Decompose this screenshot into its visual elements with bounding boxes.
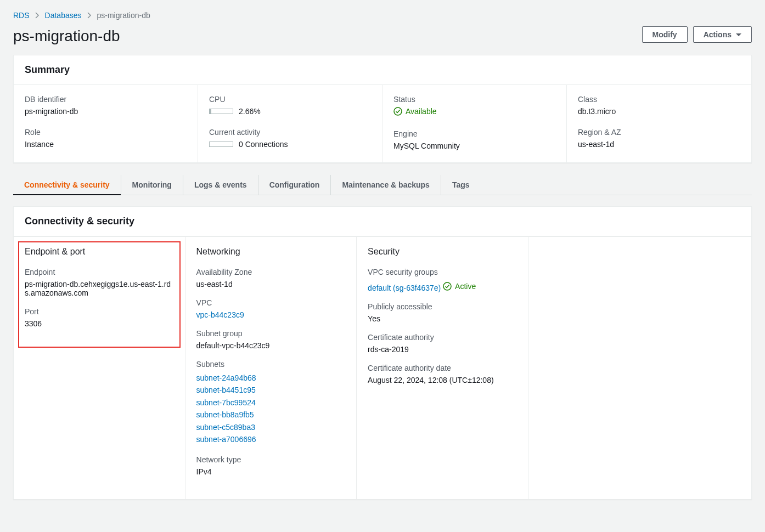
class-value: db.t3.micro [578, 107, 740, 116]
db-identifier-value: ps-migration-db [25, 107, 187, 116]
tab-configuration[interactable]: Configuration [258, 175, 331, 195]
region-value: us-east-1d [578, 140, 740, 149]
tab-logs-events[interactable]: Logs & events [183, 175, 258, 195]
endpoint-port-heading: Endpoint & port [25, 247, 174, 257]
breadcrumb-current: ps-migration-db [97, 11, 150, 20]
check-circle-icon [443, 282, 452, 291]
tabs: Connectivity & security Monitoring Logs … [13, 175, 752, 195]
breadcrumb-rds[interactable]: RDS [13, 11, 30, 20]
chevron-right-icon [87, 12, 92, 19]
public-label: Publicly accessible [368, 302, 517, 311]
cpu-progress [209, 109, 233, 114]
connectivity-heading: Connectivity & security [25, 216, 740, 227]
tab-monitoring[interactable]: Monitoring [121, 175, 183, 195]
network-type-label: Network type [196, 455, 346, 464]
tab-tags[interactable]: Tags [441, 175, 481, 195]
svg-point-0 [394, 107, 402, 115]
endpoint-value: ps-migration-db.cehxegiggs1e.us-east-1.r… [25, 280, 174, 297]
tab-maintenance-backups[interactable]: Maintenance & backups [331, 175, 441, 195]
db-identifier-label: DB identifier [25, 95, 187, 104]
status-text: Available [406, 107, 437, 116]
modify-button[interactable]: Modify [642, 26, 688, 43]
svg-point-1 [443, 282, 451, 290]
caret-down-icon [736, 33, 741, 36]
connectivity-panel: Connectivity & security Endpoint & port … [13, 206, 752, 500]
public-value: Yes [368, 314, 517, 323]
actions-button-label: Actions [704, 30, 732, 39]
subnet-link[interactable]: subnet-24a94b68 [196, 372, 346, 384]
sg-label: VPC security groups [368, 268, 517, 276]
engine-label: Engine [393, 129, 555, 138]
az-label: Availability Zone [196, 268, 346, 276]
cpu-label: CPU [209, 95, 371, 104]
endpoint-label: Endpoint [25, 268, 174, 276]
ca-date-label: Certificate authority date [368, 364, 517, 372]
ca-value: rds-ca-2019 [368, 345, 517, 354]
status-label: Status [393, 95, 555, 104]
cpu-progress-fill [210, 109, 211, 114]
port-label: Port [25, 307, 174, 316]
status-value: Available [393, 107, 437, 116]
subnet-group-label: Subnet group [196, 329, 346, 338]
vpc-link[interactable]: vpc-b44c23c9 [196, 310, 244, 319]
cpu-value: 2.66% [239, 107, 261, 116]
role-label: Role [25, 128, 187, 137]
sg-status-text: Active [455, 282, 476, 291]
subnet-group-value: default-vpc-b44c23c9 [196, 341, 346, 350]
sg-status: Active [443, 282, 476, 291]
subnet-link[interactable]: subnet-b4451c95 [196, 384, 346, 396]
vpc-label: VPC [196, 298, 346, 307]
ca-date-value: August 22, 2024, 12:08 (UTC±12:08) [368, 376, 517, 384]
sg-link[interactable]: default (sg-63f4637e) [368, 284, 441, 292]
subnets-label: Subnets [196, 360, 346, 369]
network-type-value: IPv4 [196, 467, 346, 476]
page-title: ps-migration-db [13, 27, 120, 45]
engine-value: MySQL Community [393, 142, 555, 150]
subnet-link[interactable]: subnet-bb8a9fb5 [196, 409, 346, 421]
role-value: Instance [25, 140, 187, 149]
breadcrumb-databases[interactable]: Databases [45, 11, 82, 20]
actions-button[interactable]: Actions [693, 26, 752, 43]
port-value: 3306 [25, 319, 174, 328]
subnet-link[interactable]: subnet-7bc99524 [196, 397, 346, 409]
ca-label: Certificate authority [368, 333, 517, 342]
chevron-right-icon [35, 12, 40, 19]
check-circle-icon [393, 107, 402, 116]
activity-label: Current activity [209, 128, 371, 137]
activity-value: 0 Connections [239, 140, 288, 149]
security-heading: Security [368, 247, 517, 257]
networking-heading: Networking [196, 247, 346, 257]
class-label: Class [578, 95, 740, 104]
summary-panel: Summary DB identifier ps-migration-db Ro… [13, 55, 752, 163]
subnet-link[interactable]: subnet-c5c89ba3 [196, 421, 346, 433]
az-value: us-east-1d [196, 280, 346, 288]
region-label: Region & AZ [578, 128, 740, 137]
breadcrumb: RDS Databases ps-migration-db [13, 11, 752, 20]
tab-connectivity-security[interactable]: Connectivity & security [13, 175, 121, 195]
subnet-link[interactable]: subnet-a7006696 [196, 433, 346, 445]
activity-progress [209, 142, 233, 147]
endpoint-port-highlight: Endpoint & port Endpoint ps-migration-db… [18, 241, 181, 348]
summary-heading: Summary [25, 64, 740, 76]
empty-column [528, 237, 751, 499]
